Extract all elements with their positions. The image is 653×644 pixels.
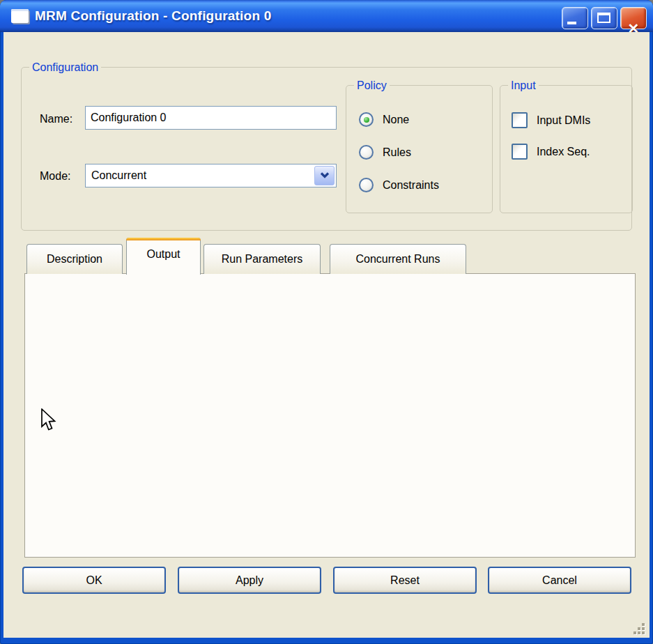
input-groupbox-label: Input	[508, 79, 539, 92]
titlebar[interactable]: MRM Configuration - Configuration 0 ✕	[0, 0, 653, 32]
minimize-button[interactable]	[562, 7, 588, 29]
radio-none[interactable]	[359, 112, 374, 127]
name-input[interactable]	[85, 106, 337, 130]
mode-combobox[interactable]: Concurrent	[85, 164, 337, 187]
radio-rules[interactable]	[359, 145, 374, 160]
policy-groupbox-label: Policy	[354, 79, 390, 92]
tab-output[interactable]: Output	[126, 238, 201, 275]
configuration-groupbox-label: Configuration	[29, 61, 101, 74]
dialog-body: Configuration Name: Mode: Concurrent Pol…	[3, 32, 650, 638]
apply-button[interactable]: Apply	[178, 567, 321, 594]
cancel-button[interactable]: Cancel	[488, 567, 631, 594]
tab-run-parameters[interactable]: Run Parameters	[203, 244, 321, 274]
policy-none-label: None	[383, 114, 409, 126]
output-tab-panel	[24, 273, 636, 558]
mode-combobox-value: Concurrent	[91, 164, 146, 187]
reset-button[interactable]: Reset	[333, 567, 477, 594]
minimize-icon	[567, 22, 576, 24]
index-seq-option[interactable]: Index Seq.	[512, 144, 590, 160]
caption-buttons: ✕	[562, 7, 647, 29]
policy-rules-label: Rules	[383, 146, 411, 159]
input-dmis-option[interactable]: Input DMIs	[512, 112, 590, 128]
resize-grip[interactable]	[633, 623, 645, 635]
input-groupbox: Input Input DMIs Index Seq.	[500, 85, 633, 213]
mrm-configuration-dialog: MRM Configuration - Configuration 0 ✕ Co…	[0, 0, 653, 644]
tab-concurrent-runs[interactable]: Concurrent Runs	[330, 244, 466, 274]
policy-option-constraints[interactable]: Constraints	[359, 178, 439, 192]
index-seq-checkbox[interactable]	[512, 144, 528, 160]
window-title: MRM Configuration - Configuration 0	[35, 0, 271, 32]
ok-button[interactable]: OK	[22, 567, 166, 594]
input-dmis-checkbox[interactable]	[512, 112, 528, 128]
policy-option-rules[interactable]: Rules	[359, 145, 411, 160]
mode-dropdown-button[interactable]	[314, 166, 335, 185]
radio-constraints[interactable]	[359, 178, 374, 192]
maximize-icon	[597, 13, 610, 23]
tab-description[interactable]: Description	[26, 244, 123, 274]
mode-label: Mode:	[40, 170, 70, 183]
chevron-down-icon	[320, 172, 330, 179]
maximize-button[interactable]	[591, 7, 617, 29]
input-dmis-label: Input DMIs	[537, 114, 590, 127]
window-icon	[11, 9, 29, 23]
close-button[interactable]: ✕	[620, 7, 647, 29]
policy-groupbox: Policy None Rules Constraints	[346, 85, 493, 213]
policy-constraints-label: Constraints	[383, 179, 439, 192]
name-label: Name:	[40, 113, 72, 125]
index-seq-label: Index Seq.	[537, 146, 590, 158]
policy-option-none[interactable]: None	[359, 112, 409, 127]
